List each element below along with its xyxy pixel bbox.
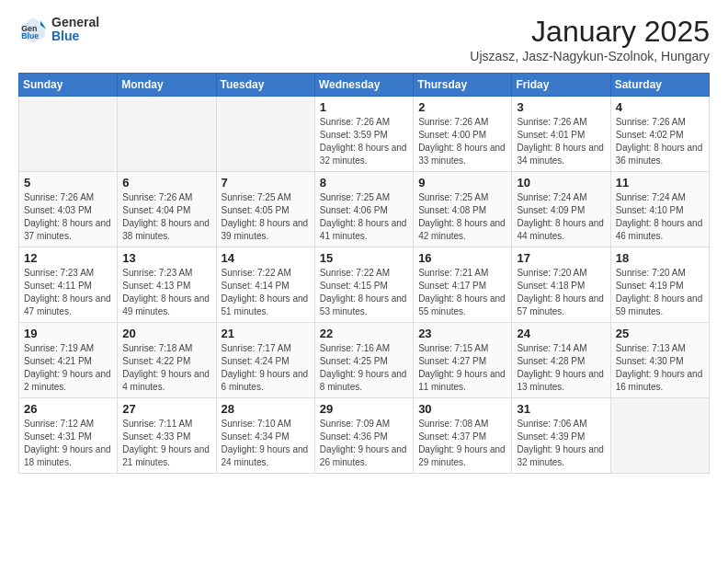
calendar-cell: 3Sunrise: 7:26 AM Sunset: 4:01 PM Daylig… bbox=[512, 97, 610, 172]
calendar-cell: 23Sunrise: 7:15 AM Sunset: 4:27 PM Dayli… bbox=[414, 323, 512, 398]
day-number: 5 bbox=[24, 176, 112, 190]
svg-text:Blue: Blue bbox=[21, 31, 39, 40]
month-title: January 2025 bbox=[470, 15, 710, 49]
day-detail: Sunrise: 7:16 AM Sunset: 4:25 PM Dayligh… bbox=[320, 342, 408, 394]
logo-blue-text: Blue bbox=[51, 29, 99, 43]
day-detail: Sunrise: 7:26 AM Sunset: 4:03 PM Dayligh… bbox=[24, 191, 112, 243]
day-detail: Sunrise: 7:25 AM Sunset: 4:05 PM Dayligh… bbox=[222, 191, 310, 243]
day-detail: Sunrise: 7:23 AM Sunset: 4:13 PM Dayligh… bbox=[122, 267, 210, 318]
calendar-cell: 9Sunrise: 7:25 AM Sunset: 4:08 PM Daylig… bbox=[414, 172, 512, 247]
day-detail: Sunrise: 7:13 AM Sunset: 4:30 PM Dayligh… bbox=[616, 342, 704, 394]
day-detail: Sunrise: 7:17 AM Sunset: 4:24 PM Dayligh… bbox=[222, 342, 310, 394]
day-number: 12 bbox=[24, 251, 112, 265]
day-number: 27 bbox=[122, 402, 210, 416]
day-number: 3 bbox=[517, 100, 605, 114]
logo-text: General Blue bbox=[51, 16, 99, 44]
calendar-cell: 20Sunrise: 7:18 AM Sunset: 4:22 PM Dayli… bbox=[118, 323, 216, 398]
day-detail: Sunrise: 7:26 AM Sunset: 3:59 PM Dayligh… bbox=[320, 116, 408, 167]
calendar-week-row: 5Sunrise: 7:26 AM Sunset: 4:03 PM Daylig… bbox=[19, 172, 710, 247]
calendar-cell: 1Sunrise: 7:26 AM Sunset: 3:59 PM Daylig… bbox=[314, 97, 413, 172]
weekday-header-sunday: Sunday bbox=[19, 74, 118, 97]
day-detail: Sunrise: 7:11 AM Sunset: 4:33 PM Dayligh… bbox=[122, 418, 210, 469]
calendar-week-row: 1Sunrise: 7:26 AM Sunset: 3:59 PM Daylig… bbox=[19, 97, 710, 172]
day-number: 13 bbox=[122, 251, 210, 265]
day-detail: Sunrise: 7:20 AM Sunset: 4:19 PM Dayligh… bbox=[616, 267, 704, 318]
calendar-cell: 28Sunrise: 7:10 AM Sunset: 4:34 PM Dayli… bbox=[216, 398, 314, 474]
calendar-cell: 19Sunrise: 7:19 AM Sunset: 4:21 PM Dayli… bbox=[19, 323, 118, 398]
calendar-week-row: 26Sunrise: 7:12 AM Sunset: 4:31 PM Dayli… bbox=[19, 398, 710, 474]
day-number: 20 bbox=[122, 327, 210, 340]
day-number: 18 bbox=[616, 251, 704, 265]
day-number: 25 bbox=[616, 327, 704, 340]
logo-general-text: General bbox=[51, 16, 99, 29]
calendar-cell: 16Sunrise: 7:21 AM Sunset: 4:17 PM Dayli… bbox=[414, 247, 512, 323]
calendar-cell: 17Sunrise: 7:20 AM Sunset: 4:18 PM Dayli… bbox=[512, 247, 610, 323]
calendar-cell: 12Sunrise: 7:23 AM Sunset: 4:11 PM Dayli… bbox=[19, 247, 118, 323]
logo-icon: Gen Blue bbox=[18, 15, 48, 44]
day-number: 28 bbox=[222, 402, 310, 416]
calendar-cell: 2Sunrise: 7:26 AM Sunset: 4:00 PM Daylig… bbox=[414, 97, 512, 172]
day-detail: Sunrise: 7:20 AM Sunset: 4:18 PM Dayligh… bbox=[517, 267, 605, 318]
day-detail: Sunrise: 7:08 AM Sunset: 4:37 PM Dayligh… bbox=[418, 418, 506, 469]
calendar-cell bbox=[19, 97, 118, 172]
day-detail: Sunrise: 7:10 AM Sunset: 4:34 PM Dayligh… bbox=[222, 418, 310, 469]
day-detail: Sunrise: 7:24 AM Sunset: 4:10 PM Dayligh… bbox=[616, 191, 704, 243]
weekday-header-saturday: Saturday bbox=[610, 74, 709, 97]
day-number: 22 bbox=[320, 327, 408, 340]
calendar-cell: 21Sunrise: 7:17 AM Sunset: 4:24 PM Dayli… bbox=[216, 323, 314, 398]
calendar-cell: 22Sunrise: 7:16 AM Sunset: 4:25 PM Dayli… bbox=[314, 323, 413, 398]
location-title: Ujszasz, Jasz-Nagykun-Szolnok, Hungary bbox=[470, 49, 710, 63]
calendar-cell: 13Sunrise: 7:23 AM Sunset: 4:13 PM Dayli… bbox=[118, 247, 216, 323]
page-header: Gen Blue General Blue January 2025 Ujsza… bbox=[18, 15, 710, 63]
calendar-cell bbox=[610, 398, 709, 474]
day-detail: Sunrise: 7:26 AM Sunset: 4:04 PM Dayligh… bbox=[122, 191, 210, 243]
calendar-cell: 31Sunrise: 7:06 AM Sunset: 4:39 PM Dayli… bbox=[512, 398, 610, 474]
day-detail: Sunrise: 7:18 AM Sunset: 4:22 PM Dayligh… bbox=[122, 342, 210, 394]
day-detail: Sunrise: 7:25 AM Sunset: 4:06 PM Dayligh… bbox=[320, 191, 408, 243]
calendar-week-row: 12Sunrise: 7:23 AM Sunset: 4:11 PM Dayli… bbox=[19, 247, 710, 323]
day-number: 15 bbox=[320, 251, 408, 265]
day-number: 24 bbox=[517, 327, 605, 340]
day-number: 9 bbox=[418, 176, 506, 190]
day-number: 21 bbox=[222, 327, 310, 340]
calendar-header-row: SundayMondayTuesdayWednesdayThursdayFrid… bbox=[19, 74, 710, 97]
calendar-cell: 25Sunrise: 7:13 AM Sunset: 4:30 PM Dayli… bbox=[610, 323, 709, 398]
day-number: 4 bbox=[616, 100, 704, 114]
calendar-cell: 27Sunrise: 7:11 AM Sunset: 4:33 PM Dayli… bbox=[118, 398, 216, 474]
weekday-header-friday: Friday bbox=[512, 74, 610, 97]
calendar-cell: 24Sunrise: 7:14 AM Sunset: 4:28 PM Dayli… bbox=[512, 323, 610, 398]
day-detail: Sunrise: 7:15 AM Sunset: 4:27 PM Dayligh… bbox=[418, 342, 506, 394]
day-number: 26 bbox=[24, 402, 112, 416]
day-number: 10 bbox=[517, 176, 605, 190]
calendar-cell bbox=[118, 97, 216, 172]
day-number: 6 bbox=[122, 176, 210, 190]
day-detail: Sunrise: 7:09 AM Sunset: 4:36 PM Dayligh… bbox=[320, 418, 408, 469]
day-detail: Sunrise: 7:21 AM Sunset: 4:17 PM Dayligh… bbox=[418, 267, 506, 318]
weekday-header-tuesday: Tuesday bbox=[216, 74, 314, 97]
day-number: 29 bbox=[320, 402, 408, 416]
day-detail: Sunrise: 7:26 AM Sunset: 4:00 PM Dayligh… bbox=[418, 116, 506, 167]
calendar-cell: 29Sunrise: 7:09 AM Sunset: 4:36 PM Dayli… bbox=[314, 398, 413, 474]
calendar-cell: 4Sunrise: 7:26 AM Sunset: 4:02 PM Daylig… bbox=[610, 97, 709, 172]
day-number: 23 bbox=[418, 327, 506, 340]
calendar-cell: 26Sunrise: 7:12 AM Sunset: 4:31 PM Dayli… bbox=[19, 398, 118, 474]
calendar-cell bbox=[216, 97, 314, 172]
calendar-cell: 6Sunrise: 7:26 AM Sunset: 4:04 PM Daylig… bbox=[118, 172, 216, 247]
day-number: 17 bbox=[517, 251, 605, 265]
day-number: 2 bbox=[418, 100, 506, 114]
day-detail: Sunrise: 7:06 AM Sunset: 4:39 PM Dayligh… bbox=[517, 418, 605, 469]
day-number: 31 bbox=[517, 402, 605, 416]
day-detail: Sunrise: 7:22 AM Sunset: 4:14 PM Dayligh… bbox=[222, 267, 310, 318]
day-number: 8 bbox=[320, 176, 408, 190]
weekday-header-monday: Monday bbox=[118, 74, 216, 97]
logo: Gen Blue General Blue bbox=[18, 15, 99, 44]
day-number: 16 bbox=[418, 251, 506, 265]
day-detail: Sunrise: 7:25 AM Sunset: 4:08 PM Dayligh… bbox=[418, 191, 506, 243]
calendar-week-row: 19Sunrise: 7:19 AM Sunset: 4:21 PM Dayli… bbox=[19, 323, 710, 398]
day-number: 1 bbox=[320, 100, 408, 114]
day-number: 7 bbox=[222, 176, 310, 190]
title-block: January 2025 Ujszasz, Jasz-Nagykun-Szoln… bbox=[470, 15, 710, 63]
calendar-cell: 30Sunrise: 7:08 AM Sunset: 4:37 PM Dayli… bbox=[414, 398, 512, 474]
day-detail: Sunrise: 7:19 AM Sunset: 4:21 PM Dayligh… bbox=[24, 342, 112, 394]
day-detail: Sunrise: 7:26 AM Sunset: 4:01 PM Dayligh… bbox=[517, 116, 605, 167]
